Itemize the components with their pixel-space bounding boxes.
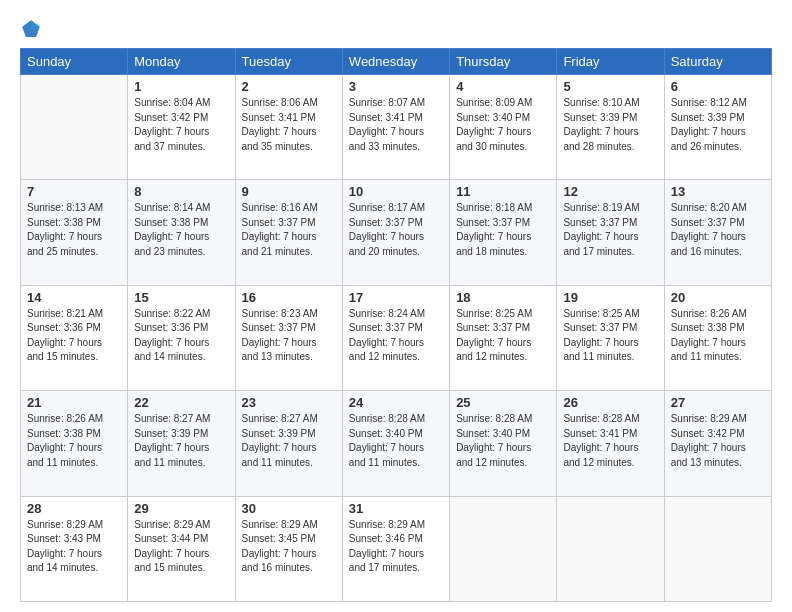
day-number: 1 [134,79,228,94]
week-row-1: 7Sunrise: 8:13 AM Sunset: 3:38 PM Daylig… [21,180,772,285]
calendar-cell: 15Sunrise: 8:22 AM Sunset: 3:36 PM Dayli… [128,285,235,390]
day-header-thursday: Thursday [450,49,557,75]
day-number: 8 [134,184,228,199]
calendar-cell: 28Sunrise: 8:29 AM Sunset: 3:43 PM Dayli… [21,496,128,601]
day-number: 21 [27,395,121,410]
day-header-friday: Friday [557,49,664,75]
day-info: Sunrise: 8:14 AM Sunset: 3:38 PM Dayligh… [134,201,228,259]
day-number: 24 [349,395,443,410]
day-number: 13 [671,184,765,199]
calendar-cell: 20Sunrise: 8:26 AM Sunset: 3:38 PM Dayli… [664,285,771,390]
day-info: Sunrise: 8:09 AM Sunset: 3:40 PM Dayligh… [456,96,550,154]
day-number: 25 [456,395,550,410]
day-info: Sunrise: 8:04 AM Sunset: 3:42 PM Dayligh… [134,96,228,154]
calendar-header: SundayMondayTuesdayWednesdayThursdayFrid… [21,49,772,75]
day-info: Sunrise: 8:29 AM Sunset: 3:46 PM Dayligh… [349,518,443,576]
logo-icon [20,18,42,40]
day-info: Sunrise: 8:23 AM Sunset: 3:37 PM Dayligh… [242,307,336,365]
week-row-4: 28Sunrise: 8:29 AM Sunset: 3:43 PM Dayli… [21,496,772,601]
day-number: 20 [671,290,765,305]
calendar-cell: 6Sunrise: 8:12 AM Sunset: 3:39 PM Daylig… [664,75,771,180]
calendar-cell: 11Sunrise: 8:18 AM Sunset: 3:37 PM Dayli… [450,180,557,285]
calendar-cell: 2Sunrise: 8:06 AM Sunset: 3:41 PM Daylig… [235,75,342,180]
calendar-cell: 18Sunrise: 8:25 AM Sunset: 3:37 PM Dayli… [450,285,557,390]
calendar-cell: 22Sunrise: 8:27 AM Sunset: 3:39 PM Dayli… [128,391,235,496]
day-header-wednesday: Wednesday [342,49,449,75]
day-number: 9 [242,184,336,199]
calendar-cell: 17Sunrise: 8:24 AM Sunset: 3:37 PM Dayli… [342,285,449,390]
day-info: Sunrise: 8:29 AM Sunset: 3:42 PM Dayligh… [671,412,765,470]
day-info: Sunrise: 8:29 AM Sunset: 3:44 PM Dayligh… [134,518,228,576]
day-number: 12 [563,184,657,199]
day-info: Sunrise: 8:16 AM Sunset: 3:37 PM Dayligh… [242,201,336,259]
header [20,18,772,40]
calendar-cell: 14Sunrise: 8:21 AM Sunset: 3:36 PM Dayli… [21,285,128,390]
day-info: Sunrise: 8:27 AM Sunset: 3:39 PM Dayligh… [134,412,228,470]
day-number: 5 [563,79,657,94]
day-info: Sunrise: 8:20 AM Sunset: 3:37 PM Dayligh… [671,201,765,259]
day-number: 19 [563,290,657,305]
calendar-cell: 24Sunrise: 8:28 AM Sunset: 3:40 PM Dayli… [342,391,449,496]
week-row-2: 14Sunrise: 8:21 AM Sunset: 3:36 PM Dayli… [21,285,772,390]
day-number: 17 [349,290,443,305]
day-info: Sunrise: 8:28 AM Sunset: 3:41 PM Dayligh… [563,412,657,470]
day-info: Sunrise: 8:10 AM Sunset: 3:39 PM Dayligh… [563,96,657,154]
day-number: 3 [349,79,443,94]
day-number: 29 [134,501,228,516]
calendar-cell [557,496,664,601]
day-header-monday: Monday [128,49,235,75]
calendar-cell: 29Sunrise: 8:29 AM Sunset: 3:44 PM Dayli… [128,496,235,601]
calendar-cell: 16Sunrise: 8:23 AM Sunset: 3:37 PM Dayli… [235,285,342,390]
calendar-cell [664,496,771,601]
day-number: 4 [456,79,550,94]
day-number: 6 [671,79,765,94]
day-info: Sunrise: 8:26 AM Sunset: 3:38 PM Dayligh… [671,307,765,365]
calendar-cell [21,75,128,180]
day-info: Sunrise: 8:06 AM Sunset: 3:41 PM Dayligh… [242,96,336,154]
day-number: 23 [242,395,336,410]
day-info: Sunrise: 8:17 AM Sunset: 3:37 PM Dayligh… [349,201,443,259]
day-header-tuesday: Tuesday [235,49,342,75]
day-info: Sunrise: 8:07 AM Sunset: 3:41 PM Dayligh… [349,96,443,154]
day-number: 18 [456,290,550,305]
day-info: Sunrise: 8:24 AM Sunset: 3:37 PM Dayligh… [349,307,443,365]
day-info: Sunrise: 8:18 AM Sunset: 3:37 PM Dayligh… [456,201,550,259]
day-number: 16 [242,290,336,305]
calendar-body: 1Sunrise: 8:04 AM Sunset: 3:42 PM Daylig… [21,75,772,602]
calendar-table: SundayMondayTuesdayWednesdayThursdayFrid… [20,48,772,602]
calendar-cell: 9Sunrise: 8:16 AM Sunset: 3:37 PM Daylig… [235,180,342,285]
day-info: Sunrise: 8:29 AM Sunset: 3:43 PM Dayligh… [27,518,121,576]
calendar-cell: 7Sunrise: 8:13 AM Sunset: 3:38 PM Daylig… [21,180,128,285]
calendar-cell: 10Sunrise: 8:17 AM Sunset: 3:37 PM Dayli… [342,180,449,285]
day-info: Sunrise: 8:26 AM Sunset: 3:38 PM Dayligh… [27,412,121,470]
day-header-saturday: Saturday [664,49,771,75]
calendar-cell: 19Sunrise: 8:25 AM Sunset: 3:37 PM Dayli… [557,285,664,390]
day-info: Sunrise: 8:29 AM Sunset: 3:45 PM Dayligh… [242,518,336,576]
day-info: Sunrise: 8:21 AM Sunset: 3:36 PM Dayligh… [27,307,121,365]
calendar-cell: 5Sunrise: 8:10 AM Sunset: 3:39 PM Daylig… [557,75,664,180]
calendar-cell: 1Sunrise: 8:04 AM Sunset: 3:42 PM Daylig… [128,75,235,180]
header-row: SundayMondayTuesdayWednesdayThursdayFrid… [21,49,772,75]
day-header-sunday: Sunday [21,49,128,75]
day-number: 10 [349,184,443,199]
calendar-cell: 23Sunrise: 8:27 AM Sunset: 3:39 PM Dayli… [235,391,342,496]
calendar-cell: 30Sunrise: 8:29 AM Sunset: 3:45 PM Dayli… [235,496,342,601]
calendar-cell: 25Sunrise: 8:28 AM Sunset: 3:40 PM Dayli… [450,391,557,496]
calendar-cell: 8Sunrise: 8:14 AM Sunset: 3:38 PM Daylig… [128,180,235,285]
day-info: Sunrise: 8:27 AM Sunset: 3:39 PM Dayligh… [242,412,336,470]
calendar-cell [450,496,557,601]
day-number: 22 [134,395,228,410]
day-number: 14 [27,290,121,305]
day-info: Sunrise: 8:13 AM Sunset: 3:38 PM Dayligh… [27,201,121,259]
day-number: 26 [563,395,657,410]
page: SundayMondayTuesdayWednesdayThursdayFrid… [0,0,792,612]
day-info: Sunrise: 8:19 AM Sunset: 3:37 PM Dayligh… [563,201,657,259]
calendar-cell: 31Sunrise: 8:29 AM Sunset: 3:46 PM Dayli… [342,496,449,601]
calendar-cell: 27Sunrise: 8:29 AM Sunset: 3:42 PM Dayli… [664,391,771,496]
calendar-cell: 4Sunrise: 8:09 AM Sunset: 3:40 PM Daylig… [450,75,557,180]
day-info: Sunrise: 8:25 AM Sunset: 3:37 PM Dayligh… [456,307,550,365]
week-row-3: 21Sunrise: 8:26 AM Sunset: 3:38 PM Dayli… [21,391,772,496]
day-info: Sunrise: 8:28 AM Sunset: 3:40 PM Dayligh… [349,412,443,470]
calendar-cell: 26Sunrise: 8:28 AM Sunset: 3:41 PM Dayli… [557,391,664,496]
day-number: 7 [27,184,121,199]
